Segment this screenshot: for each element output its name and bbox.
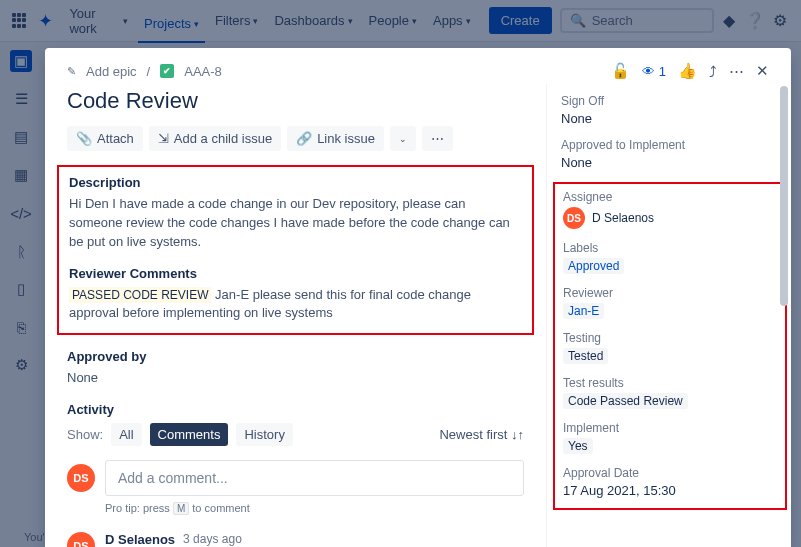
link-issue-button[interactable]: 🔗Link issue [287,126,384,151]
testresults-label: Test results [563,376,777,390]
breadcrumb: ✎ Add epic / ✔ AAA-8 [67,64,222,79]
tab-all[interactable]: All [111,423,141,446]
signoff-label: Sign Off [561,94,779,108]
like-icon[interactable]: 👍 [678,62,697,80]
issue-sidebar: Sign OffNone Approved to ImplementNone A… [546,84,791,547]
reviewer-label: Reviewer [563,286,777,300]
tab-comments[interactable]: Comments [150,423,229,446]
pencil-icon: ✎ [67,65,76,78]
sort-newest[interactable]: Newest first ↓↑ [439,427,524,442]
issue-title[interactable]: Code Review [67,88,524,114]
testing-value[interactable]: Tested [563,348,608,364]
issue-key-link[interactable]: AAA-8 [184,64,222,79]
approvaldate-label: Approval Date [563,466,777,480]
comment-item: DS D Selaenos3 days ago Thanks Dan now t… [67,532,524,547]
assignee-label: Assignee [563,190,777,204]
attach-icon: 📎 [76,131,92,146]
testresults-value[interactable]: Code Passed Review [563,393,688,409]
scrollbar-thumb[interactable] [780,86,788,306]
assignee-avatar: DS [563,207,585,229]
comment-author[interactable]: D Selaenos [105,532,175,547]
labels-value[interactable]: Approved [563,258,624,274]
reviewer-comments-text[interactable]: PASSED CODE REVIEW Jan-E please send thi… [69,286,522,324]
comment-time: 3 days ago [183,532,242,547]
link-dropdown[interactable]: ⌄ [390,126,416,151]
approved-implement-value[interactable]: None [561,155,779,170]
reviewer-comments-label: Reviewer Comments [69,266,522,281]
description-label: Description [69,175,522,190]
more-icon[interactable]: ⋯ [729,62,744,80]
implement-value[interactable]: Yes [563,438,593,454]
more-actions-button[interactable]: ⋯ [422,126,453,151]
assignee-value[interactable]: DSD Selaenos [563,207,777,229]
chevron-down-icon: ⌄ [399,134,407,144]
close-icon[interactable]: ✕ [756,62,769,80]
signoff-value[interactable]: None [561,111,779,126]
eye-icon: 👁 [642,64,655,79]
issue-main: Code Review 📎Attach ⇲Add a child issue 🔗… [45,84,546,547]
comment-input[interactable]: Add a comment... [105,460,524,496]
review-tag: PASSED CODE REVIEW [69,287,211,303]
highlighted-sidebar: Assignee DSD Selaenos LabelsApproved Rev… [553,182,787,510]
add-child-button[interactable]: ⇲Add a child issue [149,126,281,151]
approved-by-label: Approved by [67,349,524,364]
story-issue-icon: ✔ [160,64,174,78]
implement-label: Implement [563,421,777,435]
tab-history[interactable]: History [236,423,292,446]
description-text[interactable]: Hi Den I have made a code change in our … [69,195,522,252]
comment-avatar: DS [67,532,95,547]
toolbar: 📎Attach ⇲Add a child issue 🔗Link issue ⌄… [67,126,524,151]
link-icon: 🔗 [296,131,312,146]
add-epic-link[interactable]: Add epic [86,64,137,79]
show-label: Show: [67,427,103,442]
protip: Pro tip: press M to comment [105,502,524,514]
share-icon[interactable]: ⤴ [709,63,717,80]
testing-label: Testing [563,331,777,345]
approvaldate-value[interactable]: 17 Aug 2021, 15:30 [563,483,777,498]
approved-by-value[interactable]: None [67,369,524,388]
activity-label: Activity [67,402,524,417]
current-user-avatar: DS [67,464,95,492]
child-icon: ⇲ [158,131,169,146]
reviewer-value[interactable]: Jan-E [563,303,604,319]
watch-button[interactable]: 👁1 [642,64,666,79]
modal-header: ✎ Add epic / ✔ AAA-8 🔓 👁1 👍 ⤴ ⋯ ✕ [45,48,791,84]
attach-button[interactable]: 📎Attach [67,126,143,151]
labels-label: Labels [563,241,777,255]
approved-implement-label: Approved to Implement [561,138,779,152]
issue-modal: ✎ Add epic / ✔ AAA-8 🔓 👁1 👍 ⤴ ⋯ ✕ Code R… [45,48,791,547]
highlighted-section: Description Hi Den I have made a code ch… [57,165,534,335]
header-actions: 🔓 👁1 👍 ⤴ ⋯ ✕ [611,62,769,80]
lock-icon[interactable]: 🔓 [611,62,630,80]
